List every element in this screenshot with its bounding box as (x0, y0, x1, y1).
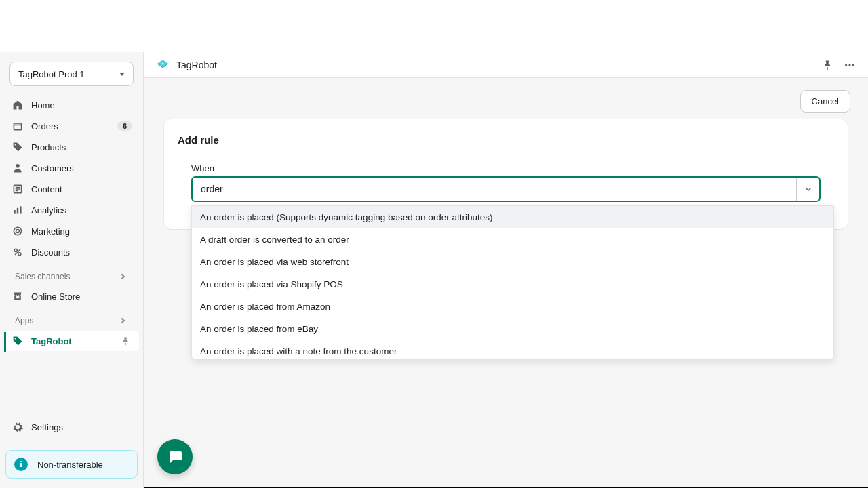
svg-point-10 (162, 62, 163, 64)
nav-label: Customers (31, 163, 132, 174)
when-label: When (191, 163, 821, 174)
nav-label: Marketing (31, 226, 132, 237)
nav-home[interactable]: Home (4, 95, 139, 115)
dropdown-option[interactable]: An order is placed via web storefront (192, 251, 833, 273)
dropdown-option[interactable]: An order is placed from eBay (192, 318, 833, 340)
svg-point-11 (845, 64, 847, 66)
analytics-icon (11, 203, 24, 217)
app-frame: TagRobot Prod 1 Home Orders 6 (0, 52, 868, 488)
app-header: TagRobot (144, 52, 868, 78)
nav-label: Settings (31, 422, 132, 432)
nav-orders[interactable]: Orders 6 (4, 116, 139, 136)
section-label: Sales channels (15, 272, 70, 281)
svg-point-7 (16, 230, 20, 233)
dropdown-option[interactable]: A draft order is converted to an order (192, 228, 833, 251)
top-gap (0, 0, 868, 52)
svg-rect-4 (17, 208, 18, 214)
chevron-right-icon (119, 274, 125, 279)
info-banner[interactable]: i Non-transferable (5, 450, 138, 479)
store-switcher-label: TagRobot Prod 1 (18, 69, 85, 79)
action-bar: Cancel (144, 78, 868, 119)
discounts-icon (11, 245, 24, 259)
combobox-toggle[interactable] (796, 178, 819, 201)
svg-point-9 (18, 253, 21, 256)
svg-rect-0 (14, 123, 21, 130)
orders-icon (11, 119, 24, 133)
info-text: Non-transferable (37, 460, 103, 470)
nav-label: Discounts (31, 247, 132, 258)
orders-badge: 6 (117, 121, 132, 131)
when-field: When An order is placed (Supports dynami… (178, 163, 834, 202)
nav-online-store[interactable]: Online Store (4, 286, 139, 306)
nav-app-tagrobot[interactable]: TagRobot (4, 331, 139, 351)
nav-label: Analytics (31, 205, 132, 216)
svg-point-1 (16, 164, 20, 168)
customers-icon (11, 161, 24, 175)
nav-settings[interactable]: Settings (4, 416, 139, 438)
pin-icon[interactable] (119, 336, 132, 346)
more-icon[interactable] (844, 59, 856, 71)
nav-label: Orders (31, 121, 117, 131)
marketing-icon (11, 224, 24, 238)
nav-marketing[interactable]: Marketing (4, 221, 139, 241)
tag-icon (11, 334, 24, 348)
nav-label: Home (31, 100, 132, 110)
svg-rect-5 (20, 206, 21, 214)
svg-rect-3 (14, 210, 15, 214)
chat-fab[interactable] (157, 439, 193, 474)
nav-products[interactable]: Products (4, 137, 139, 157)
cancel-button[interactable]: Cancel (800, 90, 850, 113)
sidebar: TagRobot Prod 1 Home Orders 6 (0, 52, 144, 488)
dropdown-option[interactable]: An order is placed via Shopify POS (192, 273, 833, 296)
app-header-actions (822, 59, 856, 71)
when-combobox[interactable] (191, 176, 821, 202)
info-icon: i (14, 458, 28, 471)
card-title: Add rule (178, 134, 834, 146)
main-area: TagRobot Cancel Add rule When (144, 52, 868, 488)
apps-header[interactable]: Apps (4, 312, 139, 329)
store-icon (11, 289, 24, 303)
content-icon (11, 182, 24, 196)
products-icon (11, 140, 24, 154)
nav-label: Products (31, 142, 132, 152)
add-rule-card: Add rule When An order is placed (Suppor… (164, 119, 848, 229)
dropdown-option[interactable]: An order is placed with a note from the … (192, 340, 833, 359)
nav-label: Online Store (31, 291, 132, 302)
nav-label: TagRobot (31, 336, 119, 346)
home-icon (11, 98, 24, 112)
nav-customers[interactable]: Customers (4, 158, 139, 178)
dropdown-option[interactable]: An order is placed from Amazon (192, 296, 833, 318)
nav-content[interactable]: Content (4, 179, 139, 199)
chat-icon (167, 449, 183, 465)
svg-point-13 (852, 64, 854, 66)
app-emblem-icon (156, 58, 170, 72)
app-title: TagRobot (176, 60, 217, 70)
dropdown-scroll[interactable]: An order is placed (Supports dynamic tag… (192, 206, 833, 359)
sidebar-bottom: Settings i Non-transferable (0, 416, 143, 488)
gear-icon (11, 420, 24, 434)
when-input[interactable] (193, 184, 796, 195)
primary-nav: Home Orders 6 Products Customers (0, 92, 143, 355)
svg-point-6 (14, 227, 21, 235)
chevron-right-icon (119, 318, 125, 323)
svg-point-8 (14, 249, 17, 251)
sales-channels-header[interactable]: Sales channels (4, 268, 139, 285)
section-label: Apps (15, 316, 33, 325)
nav-label: Content (31, 184, 132, 195)
caret-down-icon (119, 73, 125, 76)
pin-icon[interactable] (822, 60, 833, 70)
nav-discounts[interactable]: Discounts (4, 242, 139, 262)
svg-point-12 (848, 64, 850, 66)
when-dropdown: An order is placed (Supports dynamic tag… (191, 205, 834, 360)
store-switcher[interactable]: TagRobot Prod 1 (9, 62, 134, 86)
nav-analytics[interactable]: Analytics (4, 200, 139, 220)
dropdown-option[interactable]: An order is placed (Supports dynamic tag… (192, 206, 833, 228)
